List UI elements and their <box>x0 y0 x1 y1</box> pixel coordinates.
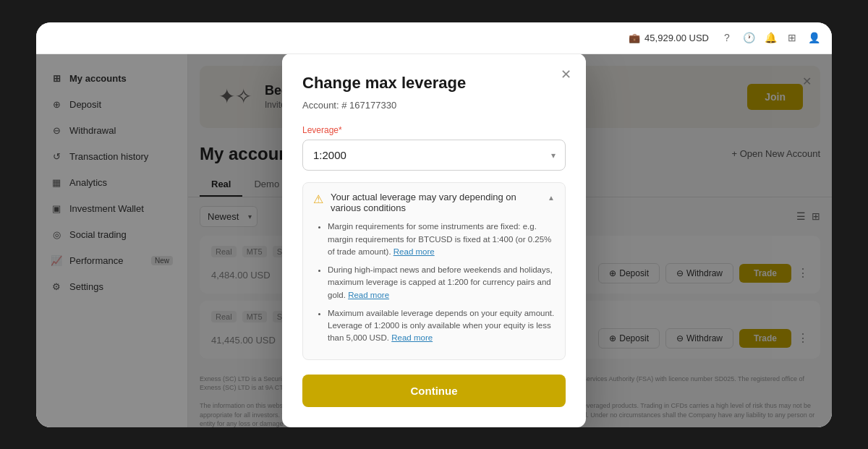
warning-item-1: Margin requirements for some instruments… <box>328 221 555 258</box>
warning-box: ⚠ Your actual leverage may vary dependin… <box>302 182 566 359</box>
leverage-select-wrap: 1:2000 1:1000 1:500 1:200 1:100 ▾ <box>302 140 566 171</box>
question-icon[interactable]: ? <box>720 31 733 44</box>
read-more-link-1[interactable]: Read more <box>393 247 435 256</box>
warning-title: Your actual leverage may vary depending … <box>331 192 540 213</box>
grid-icon[interactable]: ⊞ <box>786 31 799 44</box>
warning-list: Margin requirements for some instruments… <box>313 221 555 344</box>
modal-close-button[interactable]: ✕ <box>561 68 571 81</box>
balance-amount: 45,929.00 USD <box>644 33 709 43</box>
modal-overlay: Change max leverage Account: # 167177330… <box>36 54 832 427</box>
balance-icon: 💼 <box>629 33 640 43</box>
bell-icon[interactable]: 🔔 <box>764 31 777 44</box>
required-star: * <box>339 125 342 135</box>
modal-title: Change max leverage <box>302 74 566 93</box>
modal-account: Account: # 167177330 <box>302 100 566 111</box>
clock-icon[interactable]: 🕐 <box>742 31 755 44</box>
top-bar: 💼 45,929.00 USD ? 🕐 🔔 ⊞ 👤 <box>36 22 832 54</box>
read-more-link-3[interactable]: Read more <box>391 333 433 342</box>
leverage-label: Leverage* <box>302 125 566 135</box>
continue-button[interactable]: Continue <box>302 375 566 407</box>
warning-collapse-icon[interactable]: ▲ <box>548 194 555 202</box>
read-more-link-2[interactable]: Read more <box>348 291 389 299</box>
balance-display: 💼 45,929.00 USD <box>629 33 709 43</box>
warning-triangle-icon: ⚠ <box>313 192 323 206</box>
profile-icon[interactable]: 👤 <box>807 31 820 44</box>
change-leverage-modal: Change max leverage Account: # 167177330… <box>282 54 586 427</box>
top-bar-icons: ? 🕐 🔔 ⊞ 👤 <box>720 31 820 44</box>
warning-item-2: During high-impact news and before weeke… <box>328 264 555 302</box>
warning-header: ⚠ Your actual leverage may vary dependin… <box>313 192 555 213</box>
warning-item-3: Maximum available leverage depends on yo… <box>328 307 555 345</box>
leverage-select[interactable]: 1:2000 1:1000 1:500 1:200 1:100 <box>302 140 566 171</box>
